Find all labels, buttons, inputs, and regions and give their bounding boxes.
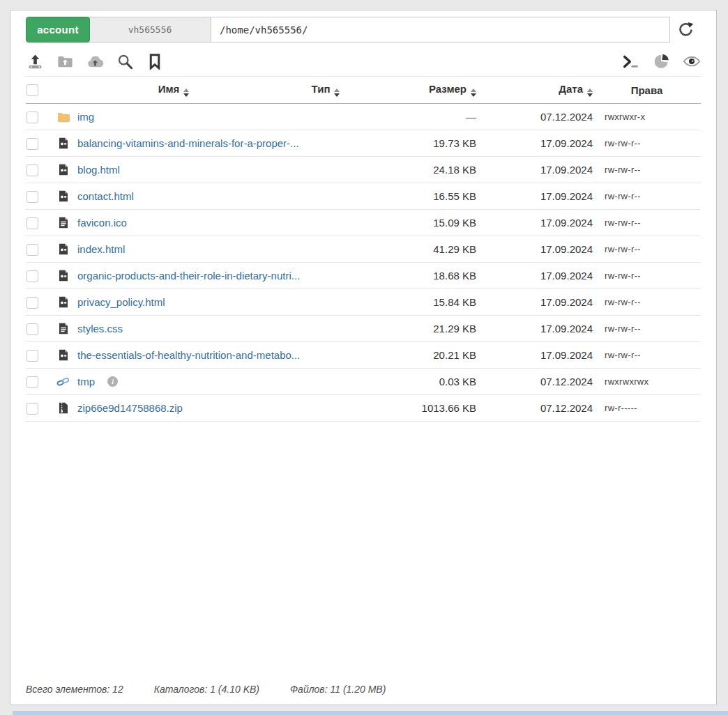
file-name-link[interactable]: favicon.ico (77, 217, 127, 229)
file-name-cell: styles.css (56, 323, 291, 335)
row-checkbox[interactable] (26, 191, 38, 203)
file-name-link[interactable]: styles.css (77, 323, 123, 335)
file-permissions-cell: rw-rw-r-- (593, 350, 701, 360)
file-name-link[interactable]: organic-products-and-their-role-in-dieta… (77, 270, 300, 282)
account-button[interactable]: account (26, 17, 90, 43)
column-header-3[interactable]: Размер (361, 83, 476, 97)
row-checkbox[interactable] (26, 112, 38, 123)
toolbar-right (623, 52, 701, 70)
file-name-link[interactable]: img (77, 111, 94, 123)
directories-text: Каталогов: 1 (4.10 KB) (154, 684, 259, 695)
row-checkbox[interactable] (26, 217, 38, 229)
column-header-label: Размер (429, 83, 467, 95)
file-permissions-cell: rw-rw-r-- (593, 244, 701, 254)
file-date-cell: 17.09.2024 (476, 270, 593, 282)
bookmark-icon[interactable] (146, 52, 164, 70)
sort-arrows-icon[interactable] (587, 89, 593, 97)
table-row: img—07.12.2024rwxrwxr-x (26, 104, 701, 130)
eye-icon[interactable] (683, 52, 701, 70)
table-row: contact.html16.55 KB17.09.2024rw-rw-r-- (26, 183, 701, 210)
row-checkbox[interactable] (26, 138, 38, 150)
file-name-link[interactable]: zip66e9d14758868.zip (77, 402, 183, 414)
row-checkbox[interactable] (26, 297, 38, 309)
row-select-cell (26, 216, 56, 229)
folder-icon (56, 112, 70, 123)
file-list: img—07.12.2024rwxrwxr-xbalancing-vitamin… (26, 104, 701, 422)
file-date-cell: 17.09.2024 (476, 296, 593, 308)
file-size-cell: 16.55 KB (361, 190, 476, 202)
row-checkbox[interactable] (26, 244, 38, 256)
table-row: zip66e9d14758868.zip1013.66 KB07.12.2024… (26, 395, 701, 422)
file-permissions-cell: rw-rw-r-- (593, 297, 701, 307)
file-permissions-cell: rw-rw-r-- (593, 138, 701, 148)
column-header-1[interactable]: Имя (56, 83, 291, 97)
file-permissions-cell: rw-rw-r-- (593, 323, 701, 334)
html-file-icon (56, 164, 70, 176)
disk-usage-pie-icon[interactable] (653, 52, 671, 70)
file-size-cell: 15.09 KB (361, 217, 476, 229)
row-select-cell (26, 137, 56, 150)
row-checkbox[interactable] (26, 403, 38, 415)
table-row: favicon.ico15.09 KB17.09.2024rw-rw-r-- (26, 210, 701, 236)
row-checkbox[interactable] (26, 350, 38, 362)
file-name-cell: contact.html (56, 190, 291, 202)
status-bar: Всего элементов: 12 Каталогов: 1 (4.10 K… (26, 684, 701, 695)
empty-area (26, 422, 701, 684)
file-name-link[interactable]: blog.html (77, 164, 120, 176)
file-permissions-cell: rwxrwxrwx (593, 376, 701, 387)
file-size-cell: 19.73 KB (361, 137, 476, 149)
file-name-link[interactable]: tmp (77, 376, 95, 387)
row-select-cell (26, 295, 56, 309)
file-size-cell: 18.68 KB (361, 270, 476, 282)
column-header-2[interactable]: Тип (291, 83, 361, 97)
toolbar-left (26, 52, 164, 70)
location-bar: account vh565556 (26, 17, 701, 43)
column-header-label: Имя (158, 83, 180, 95)
search-icon[interactable] (116, 52, 134, 70)
sort-arrows-icon[interactable] (334, 89, 340, 97)
toolbar (26, 47, 701, 76)
folder-upload-icon[interactable] (56, 52, 74, 70)
column-header-label: Тип (312, 83, 331, 95)
sort-arrows-icon[interactable] (183, 89, 189, 97)
path-input[interactable] (211, 17, 670, 43)
select-all-checkbox[interactable] (26, 84, 38, 96)
file-name-cell: favicon.ico (56, 217, 291, 229)
file-name-cell: img (56, 111, 291, 123)
row-select-cell (26, 375, 56, 388)
table-row: tmpi0.03 KB07.12.2024rwxrwxrwx (26, 369, 701, 395)
file-name-cell: organic-products-and-their-role-in-dieta… (56, 270, 291, 282)
file-size-cell: 41.29 KB (361, 243, 476, 255)
file-permissions-cell: rw-rw-r-- (593, 270, 701, 281)
file-date-cell: 07.12.2024 (476, 376, 593, 387)
select-all-cell (26, 84, 56, 97)
table-row: the-essentials-of-healthy-nutrition-and-… (26, 342, 701, 369)
file-name-link[interactable]: balancing-vitamins-and-minerals-for-a-pr… (77, 137, 299, 149)
column-header-label: Дата (559, 83, 583, 95)
row-select-cell (26, 110, 56, 123)
html-file-icon (56, 243, 70, 255)
upload-icon[interactable] (26, 52, 44, 70)
file-permissions-cell: rwxrwxr-x (593, 112, 701, 122)
row-select-cell (26, 163, 56, 176)
file-date-cell: 17.09.2024 (476, 137, 593, 149)
cloud-upload-icon[interactable] (86, 52, 104, 70)
info-badge-icon[interactable]: i (107, 376, 118, 387)
sort-arrows-icon[interactable] (471, 89, 476, 97)
row-checkbox[interactable] (26, 164, 38, 176)
row-select-cell (26, 190, 56, 203)
row-checkbox[interactable] (26, 323, 38, 335)
column-header-label: Права (631, 84, 663, 96)
file-name-link[interactable]: index.html (77, 243, 125, 255)
terminal-icon[interactable] (623, 52, 641, 70)
file-name-link[interactable]: contact.html (77, 190, 134, 202)
row-checkbox[interactable] (26, 376, 38, 388)
file-name-link[interactable]: privacy_policy.html (77, 296, 165, 308)
refresh-icon[interactable] (670, 17, 701, 43)
row-checkbox[interactable] (26, 270, 38, 282)
column-header-4[interactable]: Дата (476, 83, 593, 97)
table-row: privacy_policy.html15.84 KB17.09.2024rw-… (26, 289, 701, 316)
file-name-link[interactable]: the-essentials-of-healthy-nutrition-and-… (77, 349, 300, 361)
row-select-cell (26, 269, 56, 282)
row-select-cell (26, 348, 56, 362)
